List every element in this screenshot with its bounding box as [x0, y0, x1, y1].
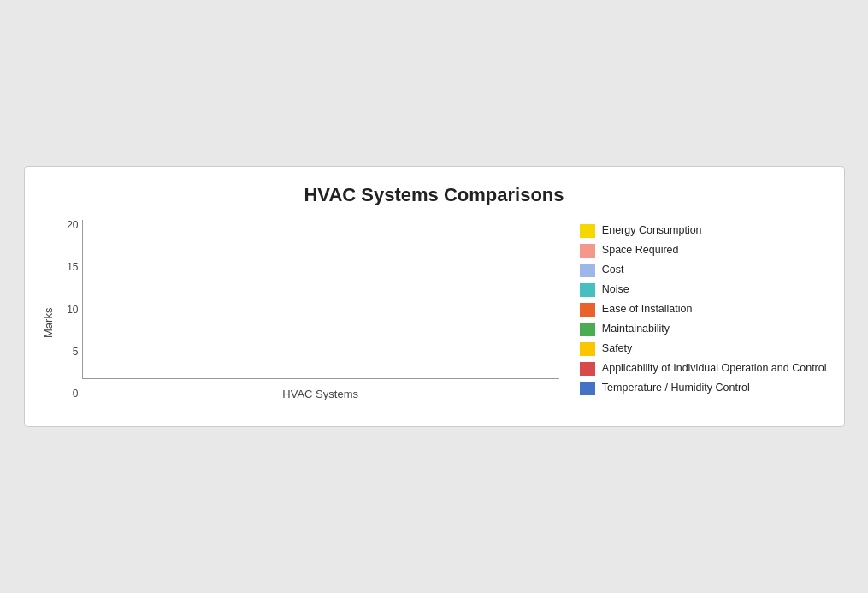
legend-item: Space Required: [580, 243, 827, 258]
legend-label: Energy Consumption: [602, 223, 702, 237]
legend-label: Ease of Installation: [602, 302, 693, 316]
y-axis-label: Marks: [42, 220, 55, 400]
chart-title: HVAC Systems Comparisons: [42, 184, 827, 206]
bars-container: [83, 220, 559, 378]
chart-area: Marks 0 5 10 15 20: [42, 220, 827, 400]
legend-label: Space Required: [602, 243, 679, 257]
legend-item: Cost: [580, 263, 827, 277]
legend-swatch: [580, 382, 595, 395]
y-ticks: 0 5 10 15 20: [58, 220, 82, 400]
legend-label: Temperature / Humidity Control: [602, 381, 750, 394]
legend-swatch: [580, 323, 595, 336]
legend-item: Maintainability: [580, 322, 827, 336]
legend: Energy Consumption Space Required Cost N…: [580, 220, 827, 400]
legend-label: Cost: [602, 263, 624, 276]
legend-swatch: [580, 303, 595, 317]
plot-and-xaxis: HVAC Systems: [82, 220, 559, 400]
y-tick-20: 20: [58, 220, 82, 230]
legend-item: Safety: [580, 341, 827, 356]
card: HVAC Systems Comparisons Marks 0 5 10 15…: [24, 166, 845, 427]
legend-swatch: [580, 244, 595, 258]
legend-swatch: [580, 224, 595, 238]
y-tick-0: 0: [58, 388, 82, 399]
legend-swatch: [580, 264, 595, 277]
legend-swatch: [580, 283, 595, 297]
legend-item: Noise: [580, 282, 827, 297]
legend-label: Noise: [602, 282, 629, 296]
y-tick-5: 5: [58, 347, 82, 357]
y-tick-15: 15: [58, 262, 82, 272]
x-axis-title: HVAC Systems: [82, 388, 559, 400]
legend-label: Safety: [602, 341, 632, 355]
legend-item: Energy Consumption: [580, 223, 827, 238]
legend-label: Maintainability: [602, 322, 670, 335]
chart-inner: 0 5 10 15 20 HVAC Systems: [58, 220, 559, 400]
legend-swatch: [580, 362, 595, 376]
chart-plot-area: 0 5 10 15 20 HVAC Systems: [58, 220, 559, 400]
legend-item: Applicability of Individual Operation an…: [580, 361, 827, 376]
y-tick-10: 10: [58, 305, 82, 315]
legend-item: Ease of Installation: [580, 302, 827, 317]
legend-swatch: [580, 342, 595, 356]
legend-item: Temperature / Humidity Control: [580, 381, 827, 395]
x-axis: [82, 379, 559, 382]
plot: [82, 220, 559, 379]
legend-label: Applicability of Individual Operation an…: [602, 361, 827, 375]
